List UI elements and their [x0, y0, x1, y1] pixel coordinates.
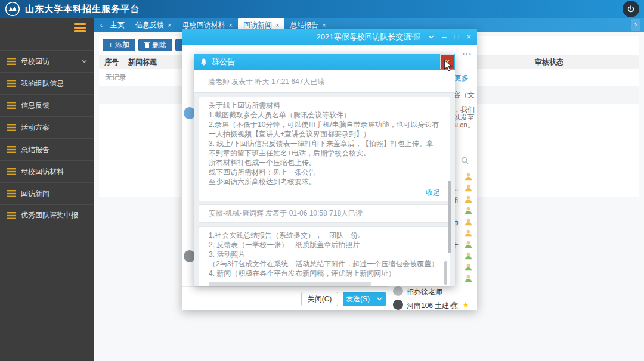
menu-toggle-button[interactable]	[74, 23, 86, 33]
delete-button[interactable]: 删除	[138, 39, 172, 51]
panel-menu-dots-icon[interactable]: •••	[462, 51, 472, 57]
minimize-icon[interactable]: –	[425, 54, 439, 69]
member-row-henan106[interactable]: 河南106 土建 焦 ★	[388, 298, 478, 312]
sidebar: 母校回访 我的组队信息 信息反馈 活动方案 总结报告 母校回访材料	[0, 18, 94, 361]
sidebar-item-huodongfangan[interactable]: 活动方案	[0, 116, 94, 138]
send-options-chevron-icon[interactable]	[373, 292, 386, 306]
sidebar-item-muxiaohuifang[interactable]: 母校回访	[0, 50, 94, 72]
report-link[interactable]: 举报	[406, 32, 420, 42]
column-title: 新闻标题	[128, 55, 157, 69]
member-avatar-icon	[464, 206, 473, 215]
group-announcement-dialog: 群公告 – × 滕老师 发表于 昨天 17:21 647人已读 关于线上回访所需…	[194, 54, 455, 286]
member-avatar	[393, 300, 403, 310]
tab-home[interactable]: 主页	[105, 18, 130, 32]
collapse-link[interactable]: 收起	[209, 188, 440, 197]
member-avatar-icon	[464, 263, 473, 272]
maximize-icon[interactable]: □	[454, 32, 459, 41]
announcement-titlebar[interactable]: 群公告 – ×	[194, 54, 455, 70]
collapse-chevron-icon[interactable]	[428, 35, 434, 39]
member-avatar-icon	[464, 172, 473, 181]
sidebar-item-youxiutuandui[interactable]: 优秀团队评奖申报	[0, 204, 94, 226]
bell-icon	[200, 58, 208, 66]
sidebar-item-zongjiebaogao[interactable]: 总结报告	[0, 138, 94, 160]
member-avatar-icon	[464, 240, 473, 249]
column-seq: 序号	[104, 55, 119, 69]
chat-footer: 关闭(C) 发送(S)	[182, 286, 388, 310]
tab-scroll-right-button[interactable]: ›	[631, 19, 640, 31]
member-avatar-icon	[464, 251, 473, 260]
add-button[interactable]: + 添加	[103, 39, 135, 51]
tab-xinxifankui[interactable]: 信息反馈 ×	[130, 18, 177, 32]
university-logo-icon	[5, 1, 20, 17]
member-row-zhaoban[interactable]: 招办徐老师	[388, 285, 478, 298]
member-avatar-icon	[464, 183, 473, 192]
scrollbar-thumb[interactable]	[448, 181, 451, 253]
chat-titlebar[interactable]: 2021寒假母校回访队长交流 举报 – □ ×	[182, 29, 477, 45]
search-icon[interactable]	[461, 157, 469, 164]
tab-scroll-left-button[interactable]: ‹	[97, 18, 106, 32]
column-status: 审核状态	[535, 55, 564, 69]
list-icon	[7, 58, 16, 65]
list-icon	[7, 102, 16, 109]
post-meta: 安徽-机械-唐饲辉 发表于 01-06 10:58 718人已读	[199, 204, 450, 223]
list-icon	[7, 80, 16, 87]
edit-nickname-pencil-icon[interactable]	[449, 301, 456, 308]
member-avatar-icon	[464, 229, 473, 238]
close-icon[interactable]: ×	[466, 32, 471, 41]
send-button[interactable]: 发送(S)	[343, 292, 386, 306]
sidebar-item-muxiaohuifangcailiao[interactable]: 母校回访材料	[0, 160, 94, 182]
trash-icon	[144, 42, 150, 48]
announcement-title: 群公告	[212, 57, 235, 67]
tab-close-icon[interactable]: ×	[168, 18, 171, 32]
member-avatar-icon	[464, 217, 473, 226]
list-icon	[7, 190, 16, 197]
list-icon	[7, 146, 16, 153]
sidebar-nav: 母校回访 我的组队信息 信息反馈 活动方案 总结报告 母校回访材料	[0, 50, 94, 226]
screen: 山东大学本科招生服务平台 ‹ 主页 信息反馈 × 母校回访材料 × 回访新闻	[0, 0, 644, 361]
sidebar-item-xinxifankui[interactable]: 信息反馈	[0, 94, 94, 116]
minimize-icon[interactable]: –	[442, 32, 446, 41]
chevron-down-icon	[82, 60, 87, 63]
app-header: 山东大学本科招生服务平台	[0, 0, 644, 18]
empty-table-text: 无记录	[105, 73, 126, 83]
close-button[interactable]: 关闭(C)	[301, 292, 338, 306]
clipped-text-line	[209, 282, 371, 286]
list-icon	[7, 212, 16, 219]
announcement-body: 滕老师 发表于 昨天 17:21 647人已读 关于线上回访所需材料 1.截图截…	[194, 70, 455, 286]
sidebar-item-wodezuduixinxi[interactable]: 我的组队信息	[0, 72, 94, 94]
power-icon	[627, 5, 635, 13]
list-icon	[7, 124, 16, 131]
scrollbar-thumb[interactable]	[444, 261, 447, 285]
announcement-post: 1.社会实践总结报告（系统提交），一团队一份。 2. 反馈表（一学校一张）—纸质…	[199, 226, 450, 286]
member-avatar-icon	[464, 195, 473, 204]
sidebar-item-huifangxinwen[interactable]: 回访新闻	[0, 182, 94, 204]
list-icon	[7, 168, 16, 175]
mouse-cursor	[444, 60, 453, 72]
member-avatar	[393, 286, 403, 296]
plus-icon: +	[109, 41, 113, 49]
logout-power-button[interactable]	[623, 1, 639, 17]
announcement-more-link[interactable]: 更多	[454, 73, 469, 83]
app-title: 山东大学本科招生服务平台	[25, 0, 140, 18]
star-icon[interactable]: ★	[462, 300, 469, 309]
announcement-post: 关于线上回访所需材料 1.截图截取参会人员名单（腾讯会议等软件） 2.录屏（不低…	[199, 97, 450, 201]
window-controls: 举报 – □ ×	[406, 29, 471, 45]
post-meta: 滕老师 发表于 昨天 17:21 647人已读	[194, 70, 455, 93]
member-avatar-icon	[464, 274, 473, 283]
